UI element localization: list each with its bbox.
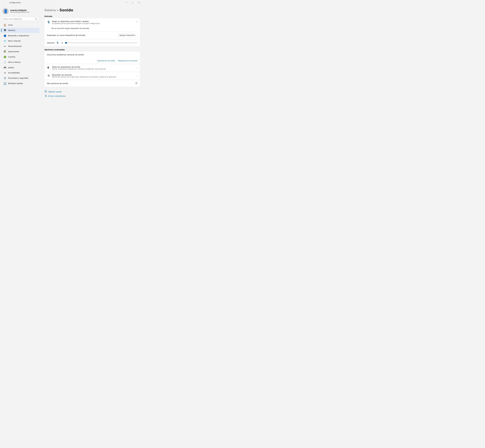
user-profile[interactable]: 👤 Juanma Delgado juanmatek@outlook.com (0, 7, 40, 17)
accessibility-icon: ✳️ (4, 72, 6, 74)
user-email: juanmatek@outlook.com (10, 11, 29, 13)
sidebar-item-label: Personalización (8, 45, 22, 47)
sidebar-item-label: Red e Internet (8, 40, 21, 42)
all-devices-title: Todos los dispositivos de sonido (52, 66, 106, 68)
svg-point-12 (46, 92, 46, 92)
svg-rect-5 (48, 67, 49, 69)
volume-label: Volumen (47, 42, 55, 44)
close-button[interactable]: ✕ (136, 0, 142, 5)
page-header: Sistema > Sonido (45, 8, 140, 12)
feedback-icon (45, 95, 47, 97)
mezclador-card[interactable]: Mezclador de volumen Mezcla de volumen d… (45, 72, 140, 80)
title-bar: ← Configuración — □ ✕ (0, 0, 144, 5)
device-picker-info: Elegir un dispositivo para hablar o grab… (52, 20, 100, 24)
sistema-icon: 🖥️ (4, 29, 6, 32)
input-devices-link[interactable]: Dispositivos de entrada (118, 60, 138, 62)
sidebar-item-juegos[interactable]: 🎮 Juegos (1, 65, 39, 70)
microphone-icon: 🎙️ (47, 21, 50, 24)
sidebar-item-red[interactable]: 💎 Red e Internet (1, 38, 39, 43)
sidebar-item-windows-update[interactable]: 🔄 Windows Update (1, 81, 39, 86)
advanced-section-title: Opciones avanzadas (45, 49, 140, 51)
device-picker-left: 🎙️ Elegir un dispositivo para hablar o g… (47, 20, 100, 24)
privacy-icon: 🛡️ (4, 77, 6, 80)
svg-rect-6 (48, 67, 48, 68)
network-icon: 💎 (4, 40, 6, 42)
mezclador-left: Mezclador de volumen Mezcla de volumen d… (47, 74, 116, 78)
avatar: 👤 (2, 8, 8, 14)
pair-device-label: Emparejar un nuevo dispositivo de entrad… (47, 34, 85, 36)
search-input[interactable] (3, 18, 34, 20)
minimize-button[interactable]: — (124, 0, 129, 5)
output-devices-link[interactable]: Dispositivos de salida (97, 60, 115, 62)
add-device-button[interactable]: Agregar dispositivo (117, 33, 137, 37)
device-picker-header[interactable]: 🎙️ Elegir un dispositivo para hablar o g… (45, 18, 140, 26)
sidebar-item-label: Juegos (8, 66, 14, 69)
sidebar-item-label: Windows Update (8, 82, 23, 84)
device-picker-title: Elegir un dispositivo para hablar o grab… (52, 20, 100, 22)
entrada-card: 🎙️ Elegir un dispositivo para hablar o g… (45, 18, 140, 39)
volume-slider[interactable] (65, 43, 137, 43)
main-content: Sistema > Sonido Entrada 🎙️ Elegir un di… (40, 5, 144, 448)
pair-device-row: Emparejar un nuevo dispositivo de entrad… (45, 32, 140, 39)
volume-mic-icon: 🎙️ (56, 41, 59, 44)
sidebar-item-sistema[interactable]: 🖥️ Sistema (1, 28, 39, 33)
mezclador-row[interactable]: Mezclador de volumen Mezcla de volumen d… (45, 72, 140, 80)
update-icon: 🔄 (4, 82, 6, 85)
sidebar-item-label: Sistema (8, 29, 15, 31)
all-devices-card[interactable]: Todos los dispositivos de sonido Activar… (45, 64, 140, 72)
sidebar-item-privacidad[interactable]: 🛡️ Privacidad y seguridad (1, 76, 39, 81)
title-bar-left: ← Configuración (2, 0, 21, 5)
chevron-up-icon: ∧ (136, 21, 137, 23)
games-icon: 🎮 (4, 66, 6, 69)
svg-rect-2 (4, 52, 5, 53)
sidebar-item-personalizacion[interactable]: ✏️ Personalización (1, 44, 39, 49)
slider-thumb (65, 42, 67, 44)
all-devices-row[interactable]: Todos los dispositivos de sonido Activar… (45, 64, 140, 72)
user-name: Juanma Delgado (10, 9, 29, 11)
troubleshoot-title: Solucionar problemas comunes de sonido (47, 54, 137, 56)
help-link-row[interactable]: Obtener ayuda (45, 90, 140, 93)
sidebar-item-aplicaciones[interactable]: Aplicaciones (1, 49, 39, 54)
mas-opciones-card[interactable]: Más opciones de sonido (45, 80, 140, 87)
volume-value: 0 (62, 42, 63, 44)
help-icon (45, 90, 47, 93)
breadcrumb-separator: > (56, 8, 59, 12)
chevron-right-icon: › (137, 67, 137, 69)
sidebar-item-cuentas[interactable]: 🟢 Cuentas (1, 54, 39, 59)
sidebar-item-label: Hora e idioma (8, 61, 20, 63)
mixer-icon (47, 74, 50, 78)
breadcrumb-parent: Sistema (45, 8, 56, 12)
sidebar-item-hora[interactable]: 🕐 Hora e idioma (1, 60, 39, 65)
troubleshoot-links: Dispositivos de salida Dispositivos de e… (47, 60, 137, 62)
volume-slider-container[interactable] (65, 43, 137, 43)
search-icon: 🔍 (35, 18, 37, 20)
avatar-icon: 👤 (3, 9, 8, 13)
feedback-link-text[interactable]: Enviar comentarios (48, 95, 65, 97)
sidebar-item-inicio[interactable]: 🏠 Inicio (1, 23, 39, 28)
user-info: Juanma Delgado juanmatek@outlook.com (10, 9, 29, 13)
chevron-right-icon-2: › (137, 75, 137, 77)
feedback-link-row[interactable]: Enviar comentarios (45, 95, 140, 97)
sidebar-item-label: Privacidad y seguridad (8, 77, 28, 79)
window-title: Configuración (9, 2, 21, 4)
maximize-button[interactable]: □ (130, 0, 136, 5)
all-devices-desc: Activar o desactivar dispositivos, soluc… (52, 68, 106, 70)
all-devices-left: Todos los dispositivos de sonido Activar… (47, 66, 106, 70)
sidebar-item-bluetooth[interactable]: 🔵 Bluetooth y dispositivos (1, 33, 39, 38)
troubleshoot-card: Solucionar problemas comunes de sonido D… (45, 52, 140, 64)
mezclador-title: Mezclador de volumen (52, 74, 116, 76)
search-box[interactable]: 🔍 (2, 17, 38, 21)
sidebar-item-accesibilidad[interactable]: ✳️ Accesibilidad (1, 70, 39, 75)
svg-rect-1 (5, 51, 6, 51)
svg-rect-0 (4, 51, 5, 51)
help-link-text[interactable]: Obtener ayuda (48, 91, 62, 93)
sidebar-item-label: Inicio (8, 24, 13, 26)
svg-point-10 (49, 76, 49, 76)
speaker-icon (47, 66, 50, 70)
back-button[interactable]: ← (2, 0, 8, 5)
advanced-section: Opciones avanzadas Solucionar problemas … (45, 49, 140, 97)
sidebar-item-label: Aplicaciones (8, 51, 19, 53)
home-icon: 🏠 (4, 24, 6, 26)
volume-card: Volumen 🎙️ 0 (45, 40, 140, 46)
svg-point-13 (45, 95, 46, 96)
